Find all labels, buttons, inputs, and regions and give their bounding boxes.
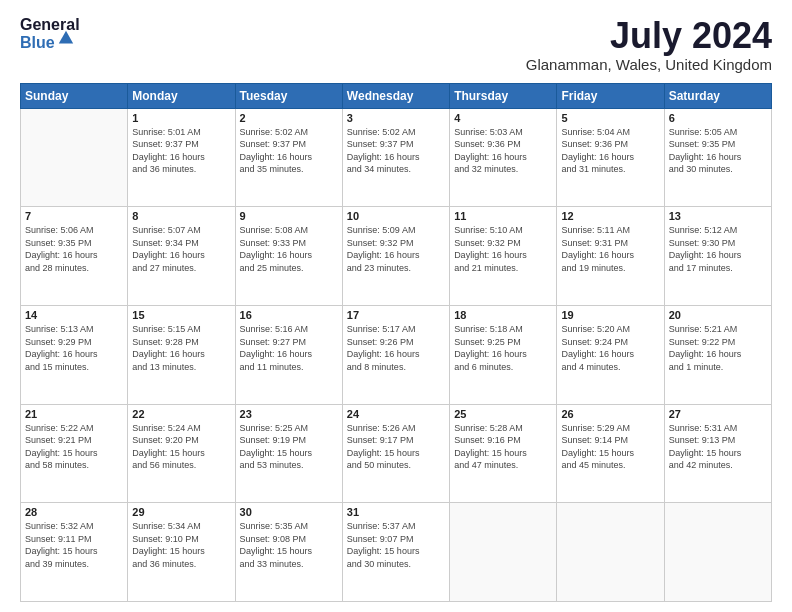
table-row: 8Sunrise: 5:07 AM Sunset: 9:34 PM Daylig… <box>128 207 235 306</box>
day-info: Sunrise: 5:13 AM Sunset: 9:29 PM Dayligh… <box>25 323 123 373</box>
table-row: 25Sunrise: 5:28 AM Sunset: 9:16 PM Dayli… <box>450 404 557 503</box>
logo-text: General Blue <box>20 16 80 51</box>
table-row: 5Sunrise: 5:04 AM Sunset: 9:36 PM Daylig… <box>557 108 664 207</box>
day-info: Sunrise: 5:32 AM Sunset: 9:11 PM Dayligh… <box>25 520 123 570</box>
calendar-week-row: 7Sunrise: 5:06 AM Sunset: 9:35 PM Daylig… <box>21 207 772 306</box>
day-info: Sunrise: 5:04 AM Sunset: 9:36 PM Dayligh… <box>561 126 659 176</box>
day-number: 23 <box>240 408 338 420</box>
day-number: 27 <box>669 408 767 420</box>
table-row: 14Sunrise: 5:13 AM Sunset: 9:29 PM Dayli… <box>21 305 128 404</box>
table-row: 26Sunrise: 5:29 AM Sunset: 9:14 PM Dayli… <box>557 404 664 503</box>
day-number: 20 <box>669 309 767 321</box>
day-info: Sunrise: 5:10 AM Sunset: 9:32 PM Dayligh… <box>454 224 552 274</box>
logo-blue: Blue <box>20 34 55 52</box>
day-info: Sunrise: 5:15 AM Sunset: 9:28 PM Dayligh… <box>132 323 230 373</box>
day-number: 17 <box>347 309 445 321</box>
location: Glanamman, Wales, United Kingdom <box>526 56 772 73</box>
table-row: 9Sunrise: 5:08 AM Sunset: 9:33 PM Daylig… <box>235 207 342 306</box>
table-row: 2Sunrise: 5:02 AM Sunset: 9:37 PM Daylig… <box>235 108 342 207</box>
day-number: 3 <box>347 112 445 124</box>
table-row: 20Sunrise: 5:21 AM Sunset: 9:22 PM Dayli… <box>664 305 771 404</box>
day-info: Sunrise: 5:21 AM Sunset: 9:22 PM Dayligh… <box>669 323 767 373</box>
day-number: 15 <box>132 309 230 321</box>
day-info: Sunrise: 5:09 AM Sunset: 9:32 PM Dayligh… <box>347 224 445 274</box>
header: General Blue July 2024 Glanamman, Wales,… <box>20 16 772 73</box>
day-number: 12 <box>561 210 659 222</box>
day-number: 31 <box>347 506 445 518</box>
table-row: 29Sunrise: 5:34 AM Sunset: 9:10 PM Dayli… <box>128 503 235 602</box>
table-row: 22Sunrise: 5:24 AM Sunset: 9:20 PM Dayli… <box>128 404 235 503</box>
day-info: Sunrise: 5:01 AM Sunset: 9:37 PM Dayligh… <box>132 126 230 176</box>
day-info: Sunrise: 5:31 AM Sunset: 9:13 PM Dayligh… <box>669 422 767 472</box>
table-row: 27Sunrise: 5:31 AM Sunset: 9:13 PM Dayli… <box>664 404 771 503</box>
svg-marker-0 <box>58 31 72 44</box>
day-info: Sunrise: 5:07 AM Sunset: 9:34 PM Dayligh… <box>132 224 230 274</box>
table-row: 21Sunrise: 5:22 AM Sunset: 9:21 PM Dayli… <box>21 404 128 503</box>
table-row: 6Sunrise: 5:05 AM Sunset: 9:35 PM Daylig… <box>664 108 771 207</box>
day-info: Sunrise: 5:20 AM Sunset: 9:24 PM Dayligh… <box>561 323 659 373</box>
day-number: 30 <box>240 506 338 518</box>
day-number: 1 <box>132 112 230 124</box>
table-row: 17Sunrise: 5:17 AM Sunset: 9:26 PM Dayli… <box>342 305 449 404</box>
day-number: 21 <box>25 408 123 420</box>
day-number: 26 <box>561 408 659 420</box>
day-info: Sunrise: 5:29 AM Sunset: 9:14 PM Dayligh… <box>561 422 659 472</box>
table-row <box>450 503 557 602</box>
day-info: Sunrise: 5:16 AM Sunset: 9:27 PM Dayligh… <box>240 323 338 373</box>
table-row: 4Sunrise: 5:03 AM Sunset: 9:36 PM Daylig… <box>450 108 557 207</box>
day-info: Sunrise: 5:28 AM Sunset: 9:16 PM Dayligh… <box>454 422 552 472</box>
day-number: 4 <box>454 112 552 124</box>
table-row <box>21 108 128 207</box>
day-number: 13 <box>669 210 767 222</box>
col-thursday: Thursday <box>450 83 557 108</box>
day-info: Sunrise: 5:34 AM Sunset: 9:10 PM Dayligh… <box>132 520 230 570</box>
table-row <box>557 503 664 602</box>
table-row: 30Sunrise: 5:35 AM Sunset: 9:08 PM Dayli… <box>235 503 342 602</box>
day-number: 18 <box>454 309 552 321</box>
title-area: July 2024 Glanamman, Wales, United Kingd… <box>526 16 772 73</box>
calendar-table: Sunday Monday Tuesday Wednesday Thursday… <box>20 83 772 602</box>
col-saturday: Saturday <box>664 83 771 108</box>
day-info: Sunrise: 5:18 AM Sunset: 9:25 PM Dayligh… <box>454 323 552 373</box>
day-info: Sunrise: 5:06 AM Sunset: 9:35 PM Dayligh… <box>25 224 123 274</box>
day-number: 5 <box>561 112 659 124</box>
day-info: Sunrise: 5:02 AM Sunset: 9:37 PM Dayligh… <box>240 126 338 176</box>
day-info: Sunrise: 5:17 AM Sunset: 9:26 PM Dayligh… <box>347 323 445 373</box>
table-row: 15Sunrise: 5:15 AM Sunset: 9:28 PM Dayli… <box>128 305 235 404</box>
day-info: Sunrise: 5:12 AM Sunset: 9:30 PM Dayligh… <box>669 224 767 274</box>
day-info: Sunrise: 5:11 AM Sunset: 9:31 PM Dayligh… <box>561 224 659 274</box>
table-row: 11Sunrise: 5:10 AM Sunset: 9:32 PM Dayli… <box>450 207 557 306</box>
table-row: 19Sunrise: 5:20 AM Sunset: 9:24 PM Dayli… <box>557 305 664 404</box>
day-number: 10 <box>347 210 445 222</box>
col-tuesday: Tuesday <box>235 83 342 108</box>
day-number: 19 <box>561 309 659 321</box>
table-row <box>664 503 771 602</box>
day-number: 2 <box>240 112 338 124</box>
col-monday: Monday <box>128 83 235 108</box>
day-info: Sunrise: 5:37 AM Sunset: 9:07 PM Dayligh… <box>347 520 445 570</box>
table-row: 28Sunrise: 5:32 AM Sunset: 9:11 PM Dayli… <box>21 503 128 602</box>
table-row: 13Sunrise: 5:12 AM Sunset: 9:30 PM Dayli… <box>664 207 771 306</box>
table-row: 7Sunrise: 5:06 AM Sunset: 9:35 PM Daylig… <box>21 207 128 306</box>
table-row: 24Sunrise: 5:26 AM Sunset: 9:17 PM Dayli… <box>342 404 449 503</box>
day-number: 22 <box>132 408 230 420</box>
day-info: Sunrise: 5:03 AM Sunset: 9:36 PM Dayligh… <box>454 126 552 176</box>
day-number: 14 <box>25 309 123 321</box>
table-row: 31Sunrise: 5:37 AM Sunset: 9:07 PM Dayli… <box>342 503 449 602</box>
table-row: 16Sunrise: 5:16 AM Sunset: 9:27 PM Dayli… <box>235 305 342 404</box>
day-number: 9 <box>240 210 338 222</box>
table-row: 18Sunrise: 5:18 AM Sunset: 9:25 PM Dayli… <box>450 305 557 404</box>
day-number: 28 <box>25 506 123 518</box>
calendar-week-row: 21Sunrise: 5:22 AM Sunset: 9:21 PM Dayli… <box>21 404 772 503</box>
day-number: 11 <box>454 210 552 222</box>
day-number: 24 <box>347 408 445 420</box>
day-info: Sunrise: 5:25 AM Sunset: 9:19 PM Dayligh… <box>240 422 338 472</box>
month-title: July 2024 <box>526 16 772 56</box>
day-info: Sunrise: 5:35 AM Sunset: 9:08 PM Dayligh… <box>240 520 338 570</box>
table-row: 3Sunrise: 5:02 AM Sunset: 9:37 PM Daylig… <box>342 108 449 207</box>
table-row: 12Sunrise: 5:11 AM Sunset: 9:31 PM Dayli… <box>557 207 664 306</box>
day-info: Sunrise: 5:08 AM Sunset: 9:33 PM Dayligh… <box>240 224 338 274</box>
day-info: Sunrise: 5:22 AM Sunset: 9:21 PM Dayligh… <box>25 422 123 472</box>
day-number: 16 <box>240 309 338 321</box>
day-number: 7 <box>25 210 123 222</box>
